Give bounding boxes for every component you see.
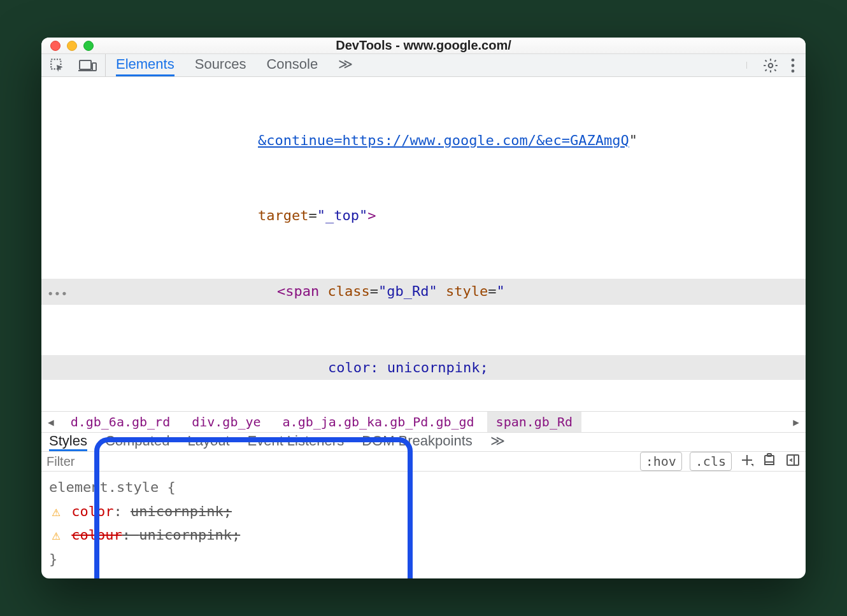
more-tabs-button[interactable]: ≫ [338, 54, 353, 76]
warning-icon: ⚠ [49, 523, 63, 547]
subtab-computed[interactable]: Computed [105, 433, 170, 451]
close-window-button[interactable] [50, 41, 60, 51]
tab-elements[interactable]: Elements [116, 54, 174, 76]
window-controls [50, 41, 94, 51]
rule-close-brace: } [49, 551, 57, 567]
toggle-sidebar-icon[interactable] [785, 452, 801, 470]
hov-toggle[interactable]: :hov [640, 452, 682, 471]
style-declaration[interactable]: ⚠ color: unicornpink; [49, 500, 798, 523]
device-toolbar-icon[interactable] [78, 57, 97, 74]
cls-toggle[interactable]: .cls [690, 452, 732, 471]
breadcrumb-item-active[interactable]: span.gb_Rd [487, 412, 581, 432]
divider [746, 62, 747, 69]
dom-tree[interactable]: &continue=https://www.google.com/&ec=GAZ… [41, 77, 806, 411]
breadcrumb-scroll-left-icon[interactable]: ◀ [44, 416, 58, 428]
svg-point-7 [792, 69, 795, 73]
tab-console[interactable]: Console [266, 54, 318, 76]
subtab-styles[interactable]: Styles [49, 433, 87, 451]
toolbar-right [743, 54, 801, 76]
devtools-window: DevTools - www.google.com/ Elements Sour… [41, 38, 806, 578]
sidebar-tabs: Styles Computed Layout Event Listeners D… [41, 433, 806, 452]
more-subtabs-button[interactable]: ≫ [490, 433, 505, 451]
warning-icon: ⚠ [49, 500, 63, 523]
main-toolbar: Elements Sources Console ≫ [41, 54, 806, 77]
breadcrumb-item[interactable]: div.gb_ye [183, 412, 269, 432]
svg-marker-10 [751, 464, 753, 466]
svg-rect-3 [92, 63, 96, 71]
expand-marker-icon[interactable]: ••• [41, 279, 73, 304]
breadcrumb-scroll-right-icon[interactable]: ▶ [789, 416, 803, 428]
breadcrumb-item[interactable]: a.gb_ja.gb_ka.gb_Pd.gb_gd [274, 412, 483, 432]
toolbar-left [46, 54, 106, 76]
dom-breadcrumb: ◀ d.gb_6a.gb_rd div.gb_ye a.gb_ja.gb_ka.… [41, 411, 806, 433]
subtab-dom-breakpoints[interactable]: DOM Breakpoints [362, 433, 473, 451]
dom-url-text[interactable]: &continue=https://www.google.com/&ec=GAZ… [258, 132, 629, 148]
dom-selected-node[interactable]: ••• <span class="gb_Rd" style=" [41, 279, 806, 304]
svg-rect-13 [787, 455, 799, 465]
styles-filter-input[interactable] [46, 454, 632, 469]
svg-point-6 [792, 64, 795, 67]
window-title: DevTools - www.google.com/ [41, 38, 806, 53]
zoom-window-button[interactable] [83, 41, 94, 51]
copy-styles-icon[interactable] [762, 452, 778, 470]
style-declaration[interactable]: ⚠ colour: unicornpink; [49, 523, 798, 547]
titlebar: DevTools - www.google.com/ [41, 38, 806, 54]
kebab-menu-icon[interactable] [790, 57, 795, 74]
inspect-element-icon[interactable] [49, 57, 66, 74]
minimize-window-button[interactable] [67, 41, 77, 51]
svg-point-5 [792, 59, 795, 62]
svg-rect-1 [80, 60, 91, 69]
breadcrumb-item[interactable]: d.gb_6a.gb_rd [62, 412, 180, 432]
settings-icon[interactable] [762, 57, 779, 74]
styles-filter-row: :hov .cls [41, 452, 806, 472]
svg-point-4 [769, 64, 773, 68]
rule-selector: element.style { [49, 479, 176, 495]
subtab-event-listeners[interactable]: Event Listeners [248, 433, 345, 451]
new-style-rule-icon[interactable] [739, 452, 755, 470]
style-rules[interactable]: element.style { ⚠ color: unicornpink; ⚠ … [41, 472, 806, 578]
panel-tabs: Elements Sources Console ≫ [116, 54, 743, 76]
tab-sources[interactable]: Sources [195, 54, 246, 76]
subtab-layout[interactable]: Layout [187, 433, 229, 451]
